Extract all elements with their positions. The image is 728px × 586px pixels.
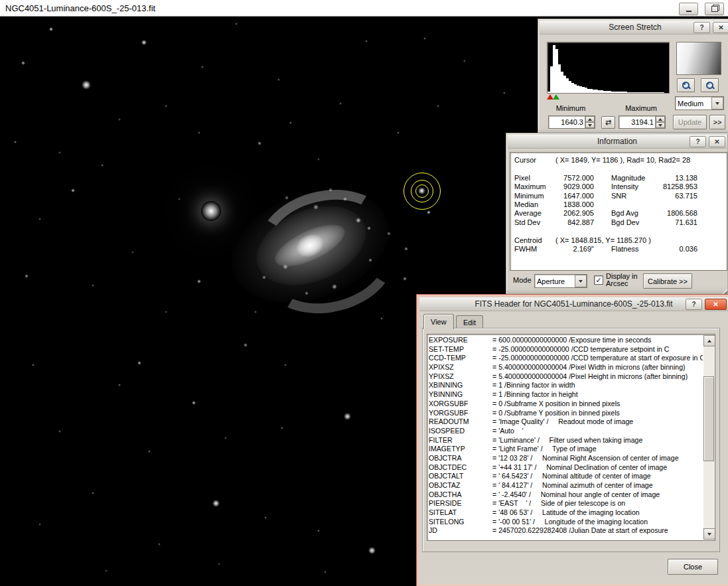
scrollbar-thumb[interactable] [703, 376, 714, 461]
star [38, 218, 41, 220]
fits-header-titlebar[interactable]: FITS Header for NGC4051-Luminance-600S_-… [419, 297, 728, 311]
fits-header-line[interactable]: IMAGETYP= 'Light Frame' / Type of image [429, 445, 703, 454]
star [118, 118, 121, 121]
restore-button[interactable] [705, 3, 724, 15]
star [201, 66, 204, 68]
fits-header-line[interactable]: ISOSPEED= 'Auto ' [429, 427, 703, 436]
star [118, 384, 121, 386]
fits-header-line[interactable]: OBJCTHA= ' -2.4540' / Nominal hour angle… [429, 490, 703, 500]
calibrate-button[interactable]: Calibrate >> [643, 273, 692, 289]
info-row: Minimum1647.000SNR63.715 [514, 192, 724, 200]
star [92, 492, 94, 494]
fits-header-line[interactable]: OBJCTAZ= ' 84.4127' / Nominal azimuth of… [429, 481, 703, 490]
fits-header-title: FITS Header for NGC4051-Luminance-600S_-… [474, 299, 672, 309]
star [38, 523, 41, 526]
stretch-preset-value: Medium [676, 100, 711, 108]
close-button[interactable]: ✕ [709, 136, 725, 147]
close-button[interactable]: ✕ [713, 22, 728, 33]
info-row: Centroid( X= 1848.815, Y= 1185.270 ) [514, 236, 724, 245]
close-button[interactable]: ✕ [705, 299, 727, 310]
star [427, 210, 431, 215]
maximum-input[interactable]: 3194.1 [619, 115, 666, 129]
help-button[interactable]: ? [693, 22, 710, 33]
expand-button[interactable]: >> [709, 115, 725, 129]
dropdown-button[interactable] [711, 97, 723, 110]
star [281, 427, 283, 429]
swap-button[interactable]: ⇄ [601, 116, 615, 129]
arcsec-label: Display in Arcsec [606, 273, 642, 287]
fits-header-line[interactable]: EXPOSURE= 600.00000000000000 /Exposure t… [429, 336, 703, 345]
dropdown-button[interactable] [575, 275, 587, 287]
info-row: Pixel7572.000Magnitude13.138 [514, 174, 724, 183]
fits-close-button[interactable]: Close [668, 559, 718, 575]
chevron-down-icon [579, 280, 583, 283]
check-icon: ✓ [595, 277, 601, 284]
zoom-out-button[interactable]: − [701, 78, 719, 92]
scrollbar-up-button[interactable] [703, 335, 715, 346]
fits-header-line[interactable]: XPIXSZ= 5.4000000000000004 /Pixel Width … [429, 363, 703, 372]
minimize-button[interactable] [679, 3, 698, 15]
update-button[interactable]: Update [673, 115, 707, 129]
fits-header-line[interactable]: OBJCTALT= ' 64.5423' / Nominal altitude … [429, 472, 703, 481]
star [197, 279, 202, 284]
star [32, 364, 35, 366]
fits-header-line[interactable]: SET-TEMP= -25.000000000000000 /CCD tempe… [429, 345, 703, 354]
scrollbar-track[interactable] [703, 335, 714, 540]
stretch-max-marker[interactable] [553, 94, 559, 100]
mode-select[interactable]: Aperture [534, 274, 587, 288]
spin-up-button[interactable] [585, 116, 595, 122]
fits-header-line[interactable]: CCD-TEMP= -25.000000000000000 /CCD tempe… [429, 354, 703, 363]
help-button[interactable]: ? [690, 136, 706, 147]
info-row: FWHM2.169"Flatness0.036 [514, 245, 724, 254]
spin-down-button[interactable] [585, 122, 595, 128]
info-row: Median1838.000 [514, 200, 724, 209]
minimum-spinner [585, 116, 595, 128]
stretch-preset-select[interactable]: Medium [675, 96, 724, 110]
fits-header-line[interactable]: YPIXSZ= 5.4000000000000004 /Pixel Height… [429, 372, 703, 382]
fits-header-line[interactable]: YORGSUBF= 0 /Subframe Y position in binn… [429, 409, 703, 418]
zoom-in-icon: + [682, 81, 691, 90]
fits-header-line[interactable]: SITELONG= '-00 00 51' / Longitude of the… [429, 518, 703, 527]
fits-header-line[interactable]: FILTER= 'Luminance' / Filter used when t… [429, 436, 703, 445]
star [244, 343, 248, 348]
star [148, 450, 151, 453]
fits-header-line[interactable]: READOUTM= 'Image Quality' / Readout mode… [429, 417, 703, 427]
star [264, 516, 267, 519]
minimum-input[interactable]: 1640.3 [548, 115, 595, 129]
scrollbar-down-button[interactable] [703, 528, 715, 540]
arcsec-checkbox[interactable]: ✓ [594, 275, 603, 285]
zoom-in-button[interactable]: + [677, 78, 695, 92]
mode-label: Mode [513, 276, 532, 284]
star [49, 27, 54, 32]
fits-header-line[interactable]: JD= 2457020.6229282408 /Julian Date at s… [429, 526, 703, 536]
fits-header-line[interactable]: XBINNING= 1 /Binning factor in width [429, 381, 703, 390]
spin-down-button[interactable] [656, 122, 665, 128]
information-readout: Cursor( X= 1849, Y= 1186 ), Rad= 10, Rad… [510, 152, 727, 271]
star [58, 151, 61, 154]
star [158, 543, 161, 546]
spin-up-button[interactable] [656, 116, 665, 122]
tab-view[interactable]: View [423, 314, 454, 329]
fits-header-line[interactable]: SITELAT= '48 06 53' / Latitude of the im… [429, 508, 703, 518]
screen-stretch-titlebar[interactable]: Screen Stretch ? ✕ [540, 21, 728, 35]
fits-header-line[interactable]: PIERSIDE= 'EAST ' / Side of pier telesco… [429, 499, 703, 508]
tab-edit[interactable]: Edit [456, 315, 483, 329]
help-button[interactable]: ? [686, 299, 702, 310]
information-titlebar[interactable]: Information ? ✕ [508, 135, 727, 149]
window-titlebar[interactable]: NGC4051-Luminance-600S_-25-013.fit [0, 0, 728, 17]
information-dialog: Information ? ✕ Cursor( X= 1849, Y= 1186… [506, 133, 728, 299]
fits-header-line[interactable]: XORGSUBF= 0 /Subframe X position in binn… [429, 400, 703, 409]
fits-header-line[interactable]: YBINNING= 1 /Binning factor in height [429, 390, 703, 400]
star [235, 23, 238, 25]
star [218, 563, 220, 565]
fits-header-line[interactable]: OBJCTRA= '12 03 28' / Nominal Right Asce… [429, 454, 703, 463]
info-row [514, 227, 724, 236]
chevron-up-icon [707, 340, 711, 342]
minimize-icon [686, 11, 692, 12]
chevron-up-icon [658, 118, 662, 121]
star [101, 164, 104, 167]
fits-header-line[interactable]: OBJCTDEC= '+44 31 17' / Nominal Declinat… [429, 463, 703, 473]
star [254, 311, 257, 313]
star [224, 437, 227, 439]
mode-value: Aperture [535, 277, 575, 285]
